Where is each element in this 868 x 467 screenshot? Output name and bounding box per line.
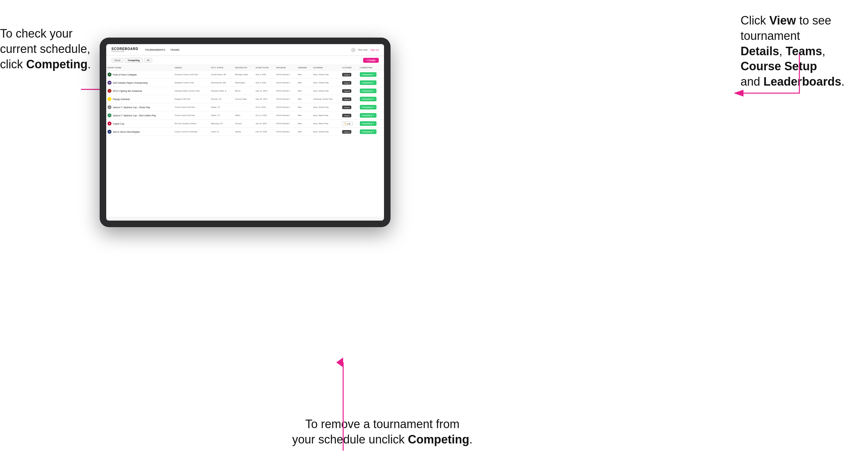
team-logo-5: J — [107, 114, 112, 117]
cell-city-1: Sammamish, WA — [210, 79, 234, 87]
cell-city-6: Maricopa, AZ — [210, 120, 234, 128]
cell-date-4: Oct 9, 2023 — [254, 103, 275, 112]
filter-tabs: Home Competing All — [112, 58, 152, 63]
cell-scoring-5: team, Match Play — [312, 112, 341, 120]
cell-event-name-5: J Jackson T. Stephens Cup – Men's Match … — [106, 112, 173, 120]
user-text: Test User — [358, 49, 368, 51]
table-row: P Papago Individual Papago Golf Club Pho… — [106, 95, 384, 103]
competing-badge-4[interactable]: Competing ✓ — [360, 105, 376, 110]
cell-division-5: NCAA Division I — [275, 112, 297, 120]
cell-division-3: NCAA Division I — [275, 95, 297, 103]
cell-gender-4: Men — [297, 103, 312, 112]
col-event-name: EVENT NAME — [106, 65, 173, 71]
competing-badge-6[interactable]: Competing ✓ — [360, 121, 376, 126]
cell-actions-4: View ℹ — [341, 103, 359, 112]
user-icon — [351, 48, 355, 52]
cell-scoring-2: team, Stroke Play — [312, 87, 341, 95]
cell-event-name-2: I OFCC Fighting Illini Invitational — [106, 87, 173, 95]
event-name-text-7: John A. Burns Intercollegiate — [113, 131, 140, 133]
cell-venue-0: American Dunes Golf Club — [173, 71, 210, 79]
cell-competing-7: Competing ✓ — [359, 128, 384, 136]
signout-link[interactable]: Sign out — [370, 49, 379, 51]
cell-date-7: Feb 15, 2024 — [254, 128, 275, 136]
cell-venue-6: Ak-Chin Southern Dunes — [173, 120, 210, 128]
cell-gender-0: Men — [297, 71, 312, 79]
cell-actions-3: View ℹ — [341, 95, 359, 103]
cell-scoring-3: individual, Stroke Play — [312, 95, 341, 103]
cell-competing-3: Competing ✓ — [359, 95, 384, 103]
nav-right: Test User Sign out — [351, 48, 379, 52]
brand-subtitle: Powered by clippi — [112, 51, 138, 52]
cell-hosted-2: Illinois — [234, 87, 254, 95]
col-start-date: START DATE — [254, 65, 275, 71]
cell-actions-1: View ℹ — [341, 79, 359, 87]
cell-competing-5: Competing ✓ — [359, 112, 384, 120]
tab-all[interactable]: All — [144, 58, 152, 63]
view-button-7[interactable]: View ℹ — [342, 130, 352, 134]
cell-city-5: Dallas, TX — [210, 112, 234, 120]
cell-venue-1: Sahalee Country Club — [173, 79, 210, 87]
cell-venue-4: Trinity Forest Golf Club — [173, 103, 210, 112]
annotation-text-line1: To check your — [0, 27, 72, 40]
cell-city-0: Grand Haven, MI — [210, 71, 234, 79]
view-button-3[interactable]: View ℹ — [342, 97, 352, 101]
col-venue: VENUE — [173, 65, 210, 71]
view-button-2[interactable]: View ℹ — [342, 89, 352, 93]
nav-tournaments[interactable]: TOURNAMENTS — [145, 47, 165, 53]
create-button[interactable]: + Create — [363, 58, 379, 63]
col-scoring: SCORING — [312, 65, 341, 71]
competing-badge-0[interactable]: Competing ✓ — [360, 72, 376, 77]
table-row: J Jackson T. Stephens Cup – Stroke Play … — [106, 103, 384, 112]
nav-teams[interactable]: TEAMS — [170, 47, 179, 53]
col-competing: COMPETING — [359, 65, 384, 71]
view-button-5[interactable]: View ℹ — [342, 114, 352, 117]
table-row: J Jackson T. Stephens Cup – Men's Match … — [106, 112, 384, 120]
cell-actions-6: ✏️ Edit — [341, 120, 359, 128]
cell-actions-5: View ℹ — [341, 112, 359, 120]
competing-badge-2[interactable]: Competing ✓ — [360, 89, 376, 93]
bottom-arrow — [294, 356, 392, 454]
competing-badge-5[interactable]: Competing ✓ — [360, 113, 376, 118]
cell-event-name-1: W 2023 Sahalee Players Championship — [106, 79, 173, 87]
cell-event-name-7: H John A. Burns Intercollegiate — [106, 128, 173, 136]
tablet-screen: SCOREBOARD Powered by clippi TOURNAMENTS… — [106, 44, 384, 221]
cell-event-name-0: F Folds of Honor Collegiate — [106, 71, 173, 79]
brand-logo: SCOREBOARD Powered by clippi — [112, 48, 138, 52]
view-button-0[interactable]: View ℹ — [342, 73, 352, 76]
tab-home[interactable]: Home — [112, 58, 124, 63]
cell-gender-3: Men — [297, 95, 312, 103]
cell-event-name-6: A Copper Cup — [106, 120, 173, 128]
cell-hosted-1: Washington — [234, 79, 254, 87]
view-button-1[interactable]: View ℹ — [342, 81, 352, 85]
annotation-bold-view: View — [769, 14, 796, 27]
tab-competing[interactable]: Competing — [125, 58, 143, 63]
table-row: W 2023 Sahalee Players Championship Saha… — [106, 79, 384, 87]
col-city-state: CITY, STATE — [210, 65, 234, 71]
cell-division-0: NCAA Division I — [275, 71, 297, 79]
competing-badge-3[interactable]: Competing ✓ — [360, 97, 376, 101]
col-gender: GENDER — [297, 65, 312, 71]
view-button-4[interactable]: View ℹ — [342, 105, 352, 109]
cell-date-5: Oct 11, 2023 — [254, 112, 275, 120]
cell-hosted-4 — [234, 103, 254, 112]
cell-event-name-3: P Papago Individual — [106, 95, 173, 103]
cell-hosted-6: Arizona — [234, 120, 254, 128]
table-row: A Copper Cup Ak-Chin Southern Dunes Mari… — [106, 120, 384, 128]
tablet-frame: SCOREBOARD Powered by clippi TOURNAMENTS… — [100, 38, 391, 227]
cell-city-7: Lihue, HI — [210, 128, 234, 136]
cell-city-4: Dallas, TX — [210, 103, 234, 112]
team-logo-7: H — [107, 130, 112, 134]
app-nav: SCOREBOARD Powered by clippi TOURNAMENTS… — [106, 44, 384, 56]
event-name-text-0: Folds of Honor Collegiate — [113, 73, 136, 76]
cell-gender-1: Men — [297, 79, 312, 87]
cell-scoring-7: team, Stroke Play — [312, 128, 341, 136]
cell-gender-5: Men — [297, 112, 312, 120]
team-logo-6: A — [107, 122, 112, 125]
cell-actions-2: View ℹ — [341, 87, 359, 95]
edit-button-6[interactable]: ✏️ Edit — [342, 122, 353, 126]
competing-badge-1[interactable]: Competing ✓ — [360, 81, 376, 85]
cell-gender-2: Men — [297, 87, 312, 95]
event-name-text-6: Copper Cup — [113, 123, 124, 125]
cell-scoring-4: team, Stroke Play — [312, 103, 341, 112]
competing-badge-7[interactable]: Competing ✓ — [360, 129, 376, 134]
